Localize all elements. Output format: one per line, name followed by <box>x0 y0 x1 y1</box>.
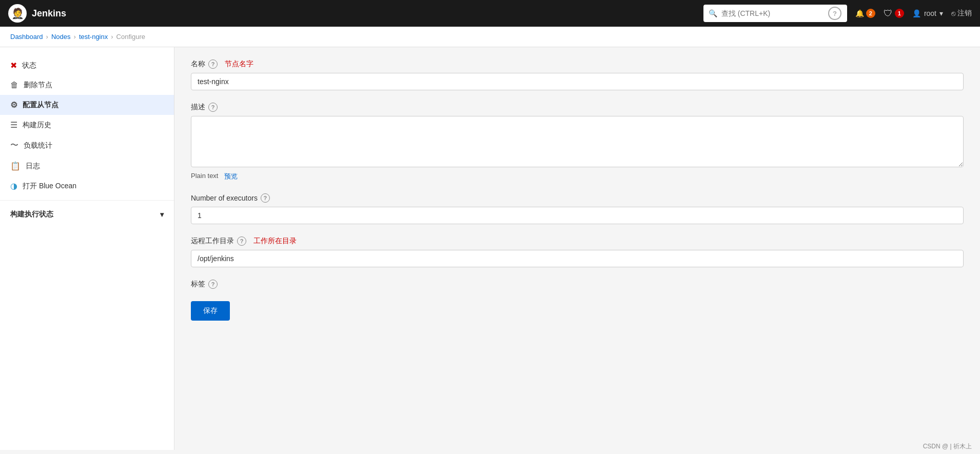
user-name: root <box>924 9 936 17</box>
sidebar-divider <box>0 200 174 201</box>
executors-help-icon[interactable]: ? <box>261 193 270 203</box>
name-label-row: 名称 ? 节点名字 <box>191 60 964 69</box>
notification-badge: 2 <box>866 9 875 18</box>
description-section: 描述 ? Plain text 预览 <box>191 103 964 181</box>
bell-icon: 🔔 <box>855 9 864 17</box>
sidebar-item-label: 打开 Blue Ocean <box>23 182 76 191</box>
name-help-icon[interactable]: ? <box>208 60 218 69</box>
main-content: 名称 ? 节点名字 描述 ? Plain text 预览 Number of e… <box>174 47 980 450</box>
description-label-row: 描述 ? <box>191 103 964 112</box>
load-stats-icon: 〜 <box>10 140 18 151</box>
notification-bell[interactable]: 🔔 2 <box>855 9 875 18</box>
search-input[interactable] <box>721 9 824 17</box>
breadcrumb: Dashboard › Nodes › test-nginx › Configu… <box>0 27 980 47</box>
description-label: 描述 <box>191 103 205 112</box>
security-badge: 1 <box>895 9 904 18</box>
sidebar-item-delete[interactable]: 🗑 删除节点 <box>0 75 174 95</box>
sidebar-item-label: 日志 <box>26 162 40 171</box>
executors-label-row: Number of executors ? <box>191 193 964 203</box>
blue-ocean-icon: ◑ <box>10 181 17 191</box>
breadcrumb-sep3: › <box>111 33 113 41</box>
search-icon: 🔍 <box>709 9 717 17</box>
labels-label-row: 标签 ? <box>191 280 964 289</box>
remote-dir-label-row: 远程工作目录 ? 工作所在目录 <box>191 236 964 246</box>
description-textarea[interactable] <box>191 116 964 167</box>
sidebar-item-configure[interactable]: ⚙ 配置从节点 <box>0 95 174 115</box>
sidebar: ✖ 状态 🗑 删除节点 ⚙ 配置从节点 ☰ 构建历史 〜 负载统计 📋 日志 ◑… <box>0 47 174 450</box>
save-section: 保存 <box>191 301 964 321</box>
breadcrumb-dashboard[interactable]: Dashboard <box>10 33 43 41</box>
description-links: Plain text 预览 <box>191 172 964 181</box>
sidebar-item-load-stats[interactable]: 〜 负载统计 <box>0 135 174 156</box>
preview-link[interactable]: 预览 <box>224 172 238 181</box>
breadcrumb-configure: Configure <box>116 33 145 41</box>
breadcrumb-sep1: › <box>46 33 48 41</box>
name-annotation: 节点名字 <box>225 60 253 69</box>
sidebar-item-build-history[interactable]: ☰ 构建历史 <box>0 115 174 135</box>
save-button[interactable]: 保存 <box>191 301 230 321</box>
sidebar-item-status[interactable]: ✖ 状态 <box>0 55 174 75</box>
user-menu[interactable]: 👤 root ▾ <box>912 9 943 17</box>
labels-help-icon[interactable]: ? <box>208 280 218 289</box>
search-help-icon[interactable]: ? <box>828 7 841 20</box>
name-label: 名称 <box>191 60 205 69</box>
search-box: 🔍 ? <box>703 5 847 22</box>
labels-label: 标签 <box>191 280 205 289</box>
remote-dir-help-icon[interactable]: ? <box>237 236 246 246</box>
logout-icon: ⎋ <box>951 9 955 17</box>
delete-icon: 🗑 <box>10 81 18 90</box>
sidebar-item-label: 状态 <box>22 61 36 70</box>
name-section: 名称 ? 节点名字 <box>191 60 964 90</box>
build-exec-status-section[interactable]: 构建执行状态 ▾ <box>0 205 174 224</box>
page-layout: ✖ 状态 🗑 删除节点 ⚙ 配置从节点 ☰ 构建历史 〜 负载统计 📋 日志 ◑… <box>0 47 980 450</box>
sidebar-item-label: 配置从节点 <box>23 101 58 110</box>
user-icon: 👤 <box>912 9 921 17</box>
sidebar-item-label: 删除节点 <box>24 81 52 90</box>
status-icon: ✖ <box>10 61 17 70</box>
sidebar-item-blue-ocean[interactable]: ◑ 打开 Blue Ocean <box>0 176 174 196</box>
breadcrumb-nodes[interactable]: Nodes <box>51 33 71 41</box>
breadcrumb-test-nginx[interactable]: test-nginx <box>79 33 108 41</box>
remote-dir-section: 远程工作目录 ? 工作所在目录 <box>191 236 964 267</box>
remote-dir-annotation: 工作所在目录 <box>253 236 297 246</box>
sidebar-item-log[interactable]: 📋 日志 <box>0 156 174 176</box>
build-history-icon: ☰ <box>10 120 17 130</box>
configure-icon: ⚙ <box>10 100 17 110</box>
user-dropdown-icon: ▾ <box>939 9 943 17</box>
footer: CSDN @ | 祈木上 <box>915 439 980 450</box>
logout-button[interactable]: ⎋ 注销 <box>951 9 972 18</box>
logo-text: Jenkins <box>32 8 66 19</box>
sidebar-item-label: 构建历史 <box>23 121 51 130</box>
shield-icon: 🛡 <box>884 8 893 19</box>
logo[interactable]: 🤵 Jenkins <box>8 4 66 23</box>
executors-label: Number of executors <box>191 194 258 202</box>
header: 🤵 Jenkins 🔍 ? 🔔 2 🛡 1 👤 root ▾ ⎋ 注销 <box>0 0 980 27</box>
build-exec-status-label: 构建执行状态 <box>10 210 53 219</box>
breadcrumb-sep2: › <box>74 33 76 41</box>
remote-dir-input[interactable] <box>191 250 964 267</box>
executors-section: Number of executors ? <box>191 193 964 224</box>
labels-section: 标签 ? <box>191 280 964 289</box>
log-icon: 📋 <box>10 161 21 171</box>
executors-input[interactable] <box>191 207 964 224</box>
sidebar-item-label: 负载统计 <box>24 141 52 150</box>
name-input[interactable] <box>191 73 964 90</box>
description-help-icon[interactable]: ? <box>208 103 218 112</box>
jenkins-logo-icon: 🤵 <box>8 4 27 23</box>
build-exec-status-chevron: ▾ <box>160 210 164 219</box>
logout-label: 注销 <box>957 9 972 18</box>
plain-text-label: Plain text <box>191 172 218 181</box>
security-icon-area[interactable]: 🛡 1 <box>884 8 904 19</box>
remote-dir-label: 远程工作目录 <box>191 236 234 246</box>
footer-text: CSDN @ | 祈木上 <box>923 443 972 450</box>
